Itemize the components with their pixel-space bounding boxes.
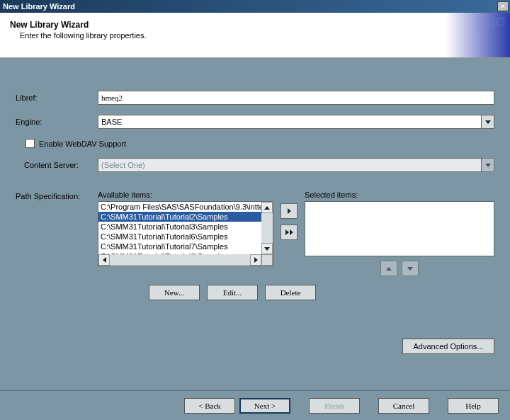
selected-label: Selected items: (305, 191, 494, 199)
title-bar: New Library Wizard ✕ (0, 0, 510, 13)
engine-value: BASE (98, 115, 482, 129)
webdav-label: Enable WebDAV Support (39, 140, 126, 148)
move-up-button (380, 261, 397, 276)
webdav-row: Enable WebDAV Support (26, 139, 494, 148)
available-listbox[interactable]: C:\Program Files\SAS\SASFoundation\9.3\i… (98, 201, 273, 266)
chevron-up-icon (386, 267, 392, 271)
chevron-down-icon (485, 120, 491, 124)
wizard-footer: < Back Next > Finish Cancel Help (0, 390, 510, 420)
chevron-down-icon (485, 164, 491, 167)
advanced-row: Advanced Options... (16, 339, 494, 354)
content-server-value: (Select One) (98, 158, 482, 172)
list-item[interactable]: C:\SMM31Tutorial\Tutorial7\Samples (98, 242, 261, 251)
close-button[interactable]: ✕ (497, 1, 509, 11)
selected-column: Selected items: (305, 191, 494, 276)
header-decoration (477, 18, 504, 25)
cancel-button[interactable]: Cancel (378, 398, 429, 414)
advanced-options-button[interactable]: Advanced Options... (402, 339, 494, 354)
scroll-corner (261, 254, 273, 266)
back-button[interactable]: < Back (184, 398, 235, 414)
delete-button[interactable]: Delete (265, 285, 316, 300)
move-down-button (402, 261, 419, 276)
content-server-label: Content Server: (24, 161, 98, 169)
next-button[interactable]: Next > (239, 398, 290, 414)
chevron-right-icon (288, 208, 291, 214)
wizard-header: New Library Wizard Enter the following l… (0, 13, 510, 58)
libref-input[interactable] (98, 91, 494, 105)
move-all-right-button[interactable] (280, 225, 298, 240)
wizard-subtitle: Enter the following library properties. (20, 31, 500, 40)
path-spec-label: Path Specification: (16, 191, 98, 200)
libref-row: Libref: (16, 91, 494, 105)
path-action-buttons: New... Edit... Delete (98, 285, 367, 300)
scroll-track[interactable] (110, 254, 250, 266)
available-list-inner: C:\Program Files\SAS\SASFoundation\9.3\i… (98, 202, 261, 254)
list-item[interactable]: C:\SMM31Tutorial\Tutorial2\Samples (98, 212, 261, 222)
selected-listbox[interactable] (305, 201, 494, 256)
chevron-up-icon (264, 206, 270, 210)
close-icon: ✕ (500, 3, 506, 10)
engine-label: Engine: (16, 118, 98, 126)
vertical-scrollbar[interactable] (261, 202, 273, 254)
double-chevron-right-icon (285, 229, 293, 235)
available-label: Available items: (98, 191, 273, 199)
engine-dropdown-button[interactable] (482, 115, 494, 129)
scroll-left-button[interactable] (98, 254, 110, 266)
new-button[interactable]: New... (149, 285, 200, 300)
content-server-select: (Select One) (98, 158, 494, 172)
wizard-body: Libref: Engine: BASE Enable WebDAV Suppo… (0, 58, 510, 363)
content-server-row: Content Server: (Select One) (24, 158, 494, 172)
finish-button: Finish (309, 398, 360, 414)
window-title: New Library Wizard (3, 2, 75, 11)
path-lists: Available items: C:\Program Files\SAS\SA… (98, 191, 494, 276)
engine-select[interactable]: BASE (98, 115, 494, 129)
content-server-dropdown-button (482, 158, 494, 172)
list-item[interactable]: C:\Program Files\SAS\SASFoundation\9.3\i… (98, 202, 261, 212)
list-item[interactable]: C:\SMM31Tutorial\Tutorial3\Samples (98, 222, 261, 232)
chevron-left-icon (103, 257, 106, 263)
list-item[interactable]: C:\SMM31Tutorial\Tutorial6\Samples (98, 232, 261, 242)
path-spec-row: Path Specification: Available items: C:\… (16, 191, 494, 276)
move-right-button[interactable] (280, 203, 298, 219)
webdav-checkbox[interactable] (26, 139, 35, 148)
scroll-track[interactable] (261, 213, 273, 243)
wizard-title: New Library Wizard (10, 20, 500, 30)
libref-label: Libref: (16, 93, 98, 102)
engine-row: Engine: BASE (16, 115, 494, 129)
help-button[interactable]: Help (448, 398, 499, 414)
transfer-buttons (280, 191, 298, 276)
chevron-down-icon (264, 247, 270, 251)
scroll-down-button[interactable] (261, 243, 273, 254)
scroll-right-button[interactable] (250, 254, 261, 266)
edit-button[interactable]: Edit... (207, 285, 258, 300)
chevron-down-icon (407, 267, 413, 271)
horizontal-scrollbar[interactable] (98, 254, 261, 266)
scroll-up-button[interactable] (261, 202, 273, 213)
chevron-right-icon (254, 257, 258, 263)
available-column: Available items: C:\Program Files\SAS\SA… (98, 191, 273, 276)
reorder-buttons (305, 261, 494, 276)
